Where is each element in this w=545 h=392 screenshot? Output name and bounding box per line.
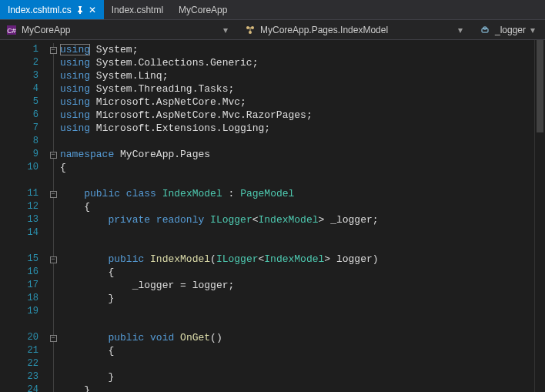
fold-toggle[interactable]: − xyxy=(46,187,60,200)
code-line[interactable]: { xyxy=(60,344,545,357)
line-number: 21 xyxy=(0,344,46,357)
line-number: 5 xyxy=(0,95,46,109)
code-line[interactable]: public void OnGet() xyxy=(60,331,545,344)
tab-label: Index.cshtml.cs xyxy=(8,5,72,15)
fold-guide xyxy=(46,200,60,213)
fold-guide xyxy=(46,279,60,292)
line-number: 20 xyxy=(0,331,46,344)
code-line[interactable] xyxy=(60,226,545,240)
code-line[interactable]: using System.Linq; xyxy=(60,69,545,82)
line-number: 9 xyxy=(0,148,46,161)
chevron-down-icon[interactable]: ▾ xyxy=(219,25,232,35)
code-line[interactable] xyxy=(60,135,545,148)
code-line[interactable]: using Microsoft.Extensions.Logging; xyxy=(60,122,545,135)
code-line[interactable] xyxy=(60,357,545,370)
line-number: 24 xyxy=(0,384,46,392)
code-line[interactable]: } xyxy=(60,292,545,305)
tab-mycoreapp[interactable]: MyCoreApp xyxy=(171,0,235,19)
code-area[interactable]: using System;using System.Collections.Ge… xyxy=(60,40,545,392)
chevron-down-icon[interactable]: ▾ xyxy=(453,25,467,35)
line-number: 15 xyxy=(0,253,46,266)
fold-guide xyxy=(46,69,60,82)
nav-class-label: MyCoreApp.Pages.IndexModel xyxy=(260,25,388,35)
fold-guide xyxy=(46,82,60,95)
line-number xyxy=(0,318,46,331)
navigation-bar: C# MyCoreApp ▾ MyCoreApp.Pages.IndexMode… xyxy=(0,20,545,40)
line-number: 19 xyxy=(0,305,46,318)
line-number: 11 xyxy=(0,187,46,200)
code-line[interactable]: public IndexModel(ILogger<IndexModel> lo… xyxy=(60,253,545,266)
line-number: 16 xyxy=(0,266,46,279)
pin-icon[interactable] xyxy=(76,6,84,14)
fold-guide xyxy=(46,213,60,226)
code-line[interactable] xyxy=(60,174,545,187)
line-number: 4 xyxy=(0,82,46,95)
fold-guide xyxy=(46,226,60,240)
code-line[interactable]: } xyxy=(60,384,545,392)
line-number-gutter: 1234567891011121314151617181920212223242… xyxy=(0,40,46,392)
fold-toggle[interactable]: − xyxy=(46,43,60,56)
fold-guide xyxy=(46,240,60,253)
line-number: 2 xyxy=(0,56,46,69)
scroll-thumb[interactable] xyxy=(537,40,543,132)
code-line[interactable]: _logger = logger; xyxy=(60,279,545,292)
fold-guide xyxy=(46,305,60,318)
code-line[interactable]: using System.Collections.Generic; xyxy=(60,56,545,69)
fold-guide xyxy=(46,357,60,370)
fold-guide xyxy=(46,161,60,174)
fold-toggle[interactable]: − xyxy=(46,331,60,344)
csproj-icon: C# xyxy=(6,25,17,35)
nav-member-dropdown[interactable]: _logger ▾ xyxy=(473,20,545,39)
fold-guide xyxy=(46,135,60,148)
code-line[interactable]: using System; xyxy=(60,43,545,56)
line-number: 12 xyxy=(0,200,46,213)
tab-label: MyCoreApp xyxy=(179,5,227,15)
fold-toggle[interactable]: − xyxy=(46,253,60,266)
code-line[interactable]: { xyxy=(60,266,545,279)
tab-bar: Index.cshtml.cs ✕ Index.cshtml MyCoreApp xyxy=(0,0,545,20)
tab-index-cshtml-cs[interactable]: Index.cshtml.cs ✕ xyxy=(0,0,104,19)
fold-column: −−−−− xyxy=(46,40,60,392)
tab-label: Index.cshtml xyxy=(112,5,163,15)
fold-guide xyxy=(46,370,60,384)
line-number: 1 xyxy=(0,43,46,56)
vertical-scrollbar[interactable] xyxy=(534,40,545,392)
line-number: 10 xyxy=(0,161,46,174)
code-line[interactable]: public class IndexModel : PageModel xyxy=(60,187,545,200)
code-line[interactable]: using Microsoft.AspNetCore.Mvc; xyxy=(60,95,545,109)
tab-index-cshtml[interactable]: Index.cshtml xyxy=(104,0,171,19)
code-line[interactable] xyxy=(60,240,545,253)
nav-class-dropdown[interactable]: MyCoreApp.Pages.IndexModel ▾ xyxy=(239,20,473,39)
line-number: 8 xyxy=(0,135,46,148)
code-line[interactable]: { xyxy=(60,161,545,174)
fold-guide xyxy=(46,95,60,109)
fold-guide xyxy=(46,318,60,331)
code-line[interactable]: private readonly ILogger<IndexModel> _lo… xyxy=(60,213,545,226)
line-number: 23 xyxy=(0,370,46,384)
code-line[interactable]: using System.Threading.Tasks; xyxy=(60,82,545,95)
class-icon xyxy=(245,25,256,35)
code-line[interactable]: } xyxy=(60,370,545,384)
nav-project-label: MyCoreApp xyxy=(22,25,70,35)
line-number: 6 xyxy=(0,109,46,122)
fold-toggle[interactable]: − xyxy=(46,148,60,161)
code-line[interactable] xyxy=(60,305,545,318)
nav-project-dropdown[interactable]: C# MyCoreApp ▾ xyxy=(0,20,239,39)
fold-guide xyxy=(46,122,60,135)
code-editor[interactable]: 1234567891011121314151617181920212223242… xyxy=(0,40,545,392)
nav-member-label: _logger xyxy=(495,25,526,35)
chevron-down-icon[interactable]: ▾ xyxy=(526,25,540,35)
fold-guide xyxy=(46,384,60,392)
line-number: 3 xyxy=(0,69,46,82)
code-line[interactable] xyxy=(60,318,545,331)
line-number: 14 xyxy=(0,226,46,240)
code-line[interactable]: { xyxy=(60,200,545,213)
close-icon[interactable]: ✕ xyxy=(89,5,96,15)
code-line[interactable]: namespace MyCoreApp.Pages xyxy=(60,148,545,161)
field-icon xyxy=(480,25,490,35)
code-line[interactable]: using Microsoft.AspNetCore.Mvc.RazorPage… xyxy=(60,109,545,122)
fold-guide xyxy=(46,266,60,279)
fold-guide xyxy=(46,109,60,122)
svg-text:C#: C# xyxy=(7,27,16,35)
fold-guide xyxy=(46,174,60,187)
